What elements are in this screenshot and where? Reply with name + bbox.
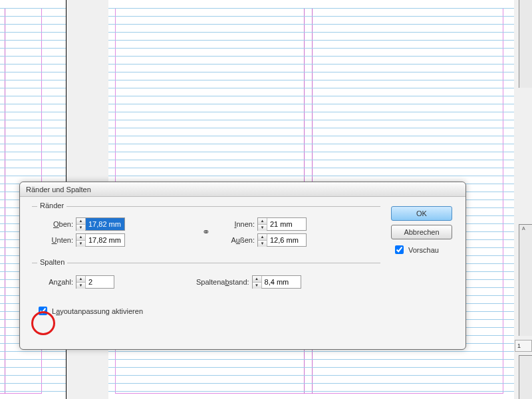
link-margins-icon[interactable]: ⚭ <box>200 223 212 241</box>
top-spinner[interactable]: ▲ ▼ <box>76 217 125 231</box>
inside-label: Innen: <box>217 220 257 228</box>
bottom-input[interactable] <box>86 234 124 246</box>
columns-group: Spalten Anzahl: ▲ ▼ Spaltenabst <box>32 263 380 290</box>
margins-legend: Ränder <box>37 201 66 209</box>
inside-input[interactable] <box>267 218 306 230</box>
count-label: Anzahl: <box>32 278 76 286</box>
panel-ruler-marks: A <box>519 225 532 237</box>
dialog-title: Ränder und Spalten <box>20 182 466 197</box>
count-spinner[interactable]: ▲ ▼ <box>76 275 114 289</box>
inside-spin-up-icon[interactable]: ▲ <box>258 218 267 225</box>
sidebar-panels-bottom[interactable] <box>519 355 532 399</box>
ok-button[interactable]: OK <box>391 206 452 221</box>
gutter-spinner[interactable]: ▲ ▼ <box>252 275 301 289</box>
sidebar-panels-top[interactable] <box>519 0 532 88</box>
bottom-label: Unten: <box>32 236 76 244</box>
outside-spinner[interactable]: ▲ ▼ <box>257 233 307 247</box>
count-input[interactable] <box>86 276 114 288</box>
count-spin-up-icon[interactable]: ▲ <box>76 276 85 283</box>
bottom-spin-down-icon[interactable]: ▼ <box>76 241 85 247</box>
master-page-status[interactable]: 1 Must <box>515 340 532 352</box>
margins-group: Ränder Oben: ▲ ▼ <box>32 206 380 248</box>
outside-spin-up-icon[interactable]: ▲ <box>258 234 267 241</box>
layout-adjust-checkbox[interactable] <box>39 307 47 315</box>
outside-label: Außen: <box>217 236 257 244</box>
bottom-spin-up-icon[interactable]: ▲ <box>76 234 85 241</box>
gutter-input[interactable] <box>262 276 301 288</box>
gutter-spin-up-icon[interactable]: ▲ <box>253 276 261 283</box>
preview-checkbox[interactable] <box>395 245 404 254</box>
inside-spinner[interactable]: ▲ ▼ <box>257 217 307 231</box>
columns-legend: Spalten <box>37 258 67 266</box>
outside-input[interactable] <box>267 234 306 246</box>
preview-label: Vorschau <box>408 246 439 254</box>
margins-columns-dialog: Ränder und Spalten Ränder Oben: ▲ ▼ <box>19 182 466 350</box>
gutter-spin-down-icon[interactable]: ▼ <box>253 283 261 289</box>
top-spin-down-icon[interactable]: ▼ <box>76 225 85 231</box>
sidebar-swatches-panel[interactable]: A <box>519 224 532 336</box>
count-spin-down-icon[interactable]: ▼ <box>76 283 85 289</box>
top-input[interactable] <box>86 218 124 230</box>
cancel-button[interactable]: Abbrechen <box>391 225 452 239</box>
layout-adjust-label: Layoutanpassung aktivieren <box>52 307 143 315</box>
outside-spin-down-icon[interactable]: ▼ <box>258 241 267 247</box>
inside-spin-down-icon[interactable]: ▼ <box>258 225 267 231</box>
top-label: Oben: <box>32 220 76 228</box>
top-spin-up-icon[interactable]: ▲ <box>76 218 85 225</box>
gutter-label: Spaltenabstand: <box>182 278 252 286</box>
bottom-spinner[interactable]: ▲ ▼ <box>76 233 125 247</box>
layout-adjust-row[interactable]: Layoutanpassung aktivieren <box>36 305 380 317</box>
